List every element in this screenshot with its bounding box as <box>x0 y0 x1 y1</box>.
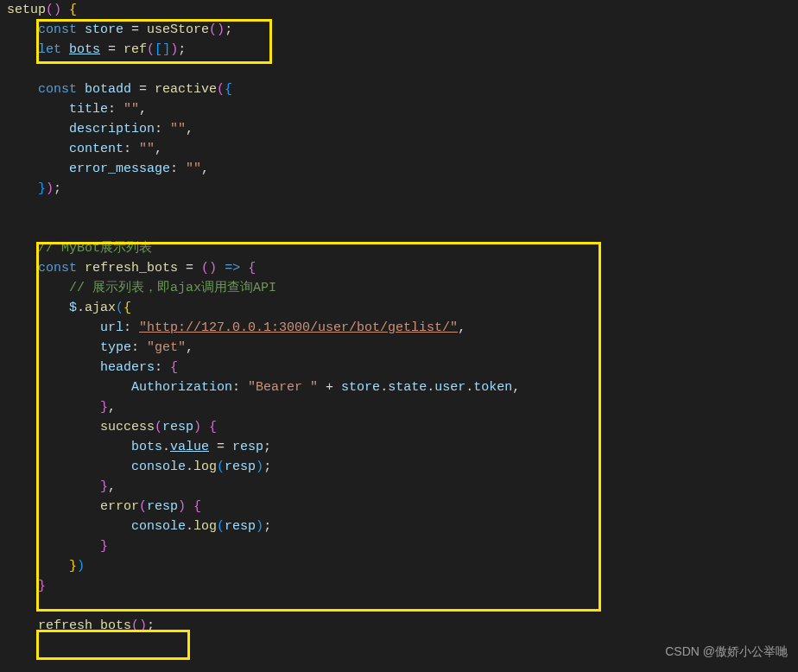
code-line: const store = useStore(); <box>7 20 791 40</box>
code-line: title: "", <box>7 99 791 119</box>
code-line: headers: { <box>7 358 791 377</box>
code-line <box>7 219 791 238</box>
code-line: console.log(resp); <box>7 517 791 536</box>
code-line: console.log(resp); <box>7 457 791 477</box>
code-line: success(resp) { <box>7 417 791 437</box>
code-line: const botadd = reactive({ <box>7 79 791 99</box>
code-line: }, <box>7 477 791 497</box>
code-line: $.ajax({ <box>7 298 791 318</box>
code-line: type: "get", <box>7 338 791 358</box>
code-line: // MyBot展示列表 <box>7 238 791 258</box>
code-line: bots.value = resp; <box>7 437 791 457</box>
code-line: const refresh_bots = () => { <box>7 258 791 278</box>
code-line: error_message: "", <box>7 159 791 179</box>
code-line: } <box>7 536 791 556</box>
code-line: }) <box>7 556 791 576</box>
code-line: } <box>7 576 791 596</box>
code-line: refresh_bots(); <box>7 616 791 636</box>
code-line: setup() { <box>7 0 791 20</box>
code-line: }, <box>7 397 791 417</box>
code-line: }); <box>7 179 791 199</box>
watermark: CSDN @傲娇小公举哋 <box>665 642 788 662</box>
code-line: description: "", <box>7 119 791 139</box>
code-line: let bots = ref([]); <box>7 40 791 60</box>
code-line <box>7 60 791 79</box>
code-line <box>7 199 791 219</box>
code-line: url: "http://127.0.0.1:3000/user/bot/get… <box>7 318 791 338</box>
code-line: Authorization: "Bearer " + store.state.u… <box>7 377 791 397</box>
code-line: content: "", <box>7 139 791 159</box>
code-line: // 展示列表，即ajax调用查询API <box>7 278 791 298</box>
code-editor: setup() { const store = useStore(); let … <box>0 0 798 636</box>
code-line <box>7 596 791 616</box>
code-line: error(resp) { <box>7 497 791 517</box>
